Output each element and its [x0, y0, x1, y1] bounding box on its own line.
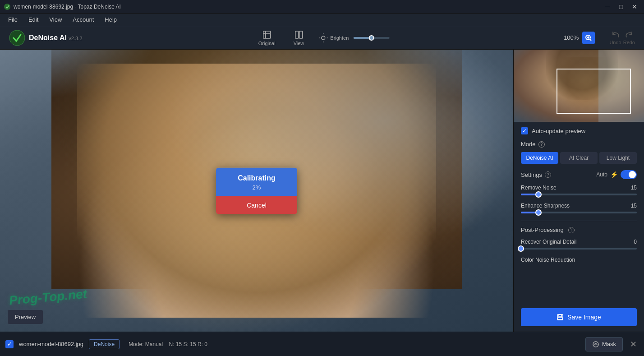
zoom-button[interactable]: [582, 32, 595, 44]
toggle-knob: [629, 171, 636, 178]
auto-update-label: Auto-update preview: [532, 128, 585, 134]
cancel-button[interactable]: Cancel: [216, 196, 297, 214]
mode-title: Mode: [521, 141, 536, 148]
svg-rect-2: [263, 31, 271, 38]
svg-rect-16: [558, 318, 562, 319]
zoom-value: 100%: [560, 34, 579, 41]
post-processing-help-icon[interactable]: ?: [568, 227, 575, 233]
filename-label: women-model-88692.jpg: [19, 341, 83, 347]
thumbnail-viewport: [557, 69, 631, 114]
save-button[interactable]: Save Image: [521, 308, 637, 326]
menu-view[interactable]: View: [45, 15, 66, 24]
settings-title: Settings: [521, 171, 542, 178]
recover-detail-label: Recover Original Detail: [521, 239, 576, 245]
svg-point-0: [4, 4, 10, 10]
settings-section-header: Settings ?: [521, 171, 551, 178]
titlebar-controls[interactable]: ─ □ ✕: [602, 2, 640, 11]
denoise-tag[interactable]: DeNoise: [89, 339, 120, 349]
remove-noise-row: Remove Noise 15: [521, 185, 637, 195]
status-mode: Mode: Manual N: 15 S: 15 R: 0: [129, 341, 207, 347]
auto-update-checkbox[interactable]: ✓: [521, 127, 528, 134]
toolbar: DeNoise AI v2.3.2 Original View: [0, 26, 644, 50]
brighten-thumb[interactable]: [368, 35, 374, 41]
undo-button[interactable]: Undo: [609, 31, 621, 45]
settings-header: Settings ? Auto ⚡: [521, 170, 637, 179]
minimize-button[interactable]: ─: [602, 2, 613, 11]
color-noise-row: Color Noise Reduction: [521, 257, 637, 263]
menu-help[interactable]: Help: [100, 15, 121, 24]
view-button[interactable]: View: [290, 28, 308, 48]
redo-button[interactable]: Redo: [623, 31, 635, 45]
svg-point-1: [9, 30, 25, 46]
save-icon: [557, 314, 564, 321]
enhance-sharpness-label-row: Enhance Sharpness 15: [521, 203, 637, 209]
remove-noise-thumb[interactable]: [535, 191, 542, 198]
mode-aiclear-button[interactable]: AI Clear: [560, 152, 598, 164]
recover-detail-value: 0: [634, 239, 637, 245]
enhance-sharpness-row: Enhance Sharpness 15: [521, 203, 637, 213]
titlebar: women-model-88692.jpg - Topaz DeNoise AI…: [0, 0, 644, 14]
thumbnail-container: [514, 50, 644, 122]
post-processing-header: Post-Processing ?: [521, 227, 637, 233]
recover-detail-row: Recover Original Detail 0: [521, 239, 637, 250]
menu-file[interactable]: File: [4, 15, 22, 24]
post-processing-title: Post-Processing: [521, 227, 564, 233]
calibrating-dialog: Calibrating 2% Cancel: [216, 167, 297, 214]
settings-help-icon[interactable]: ?: [545, 171, 551, 178]
color-noise-label: Color Noise Reduction: [521, 257, 575, 263]
menu-account[interactable]: Account: [68, 15, 98, 24]
mask-icon: [592, 341, 599, 348]
menubar: File Edit View Account Help: [0, 14, 644, 26]
auto-update-row: ✓ Auto-update preview: [521, 127, 637, 134]
app-title: DeNoise AI: [29, 34, 67, 42]
mode-denoise-button[interactable]: DeNoise AI: [521, 152, 558, 164]
app-icon: [4, 3, 11, 10]
toolbar-right: 100%: [560, 32, 595, 44]
svg-line-11: [590, 39, 591, 41]
close-status-button[interactable]: ✕: [628, 338, 639, 351]
app-version: v2.3.2: [69, 36, 82, 41]
remove-noise-label: Remove Noise: [521, 185, 557, 191]
mode-help-icon[interactable]: ?: [538, 141, 545, 148]
undo-redo: Undo Redo: [609, 31, 635, 45]
svg-rect-3: [295, 31, 298, 38]
close-button[interactable]: ✕: [629, 2, 640, 11]
svg-rect-4: [299, 31, 302, 38]
recover-detail-track: [521, 248, 637, 250]
section-divider: [521, 221, 637, 221]
calibrating-percent: 2%: [223, 184, 290, 190]
sun-icon: [318, 33, 327, 42]
titlebar-title: women-model-88692.jpg - Topaz DeNoise AI: [14, 4, 121, 10]
remove-noise-label-row: Remove Noise 15: [521, 185, 637, 191]
status-checkbox[interactable]: ✓: [5, 340, 14, 348]
lightning-icon: ⚡: [610, 171, 618, 178]
calibrating-top: Calibrating 2%: [216, 167, 297, 196]
svg-point-17: [593, 342, 598, 347]
recover-detail-label-row: Recover Original Detail 0: [521, 239, 637, 245]
enhance-sharpness-label: Enhance Sharpness: [521, 203, 570, 209]
statusbar: ✓ women-model-88692.jpg DeNoise Mode: Ma…: [0, 332, 644, 356]
mode-buttons: DeNoise AI AI Clear Low Light: [521, 152, 637, 164]
main-area: Calibrating 2% Cancel Preview Prog-Top.n…: [0, 50, 644, 332]
auto-toggle[interactable]: [621, 170, 637, 179]
toolbar-center: Original View Brighten: [255, 28, 390, 48]
svg-rect-15: [559, 314, 561, 317]
enhance-sharpness-thumb[interactable]: [535, 209, 542, 216]
remove-noise-track: [521, 194, 637, 195]
settings-right: Auto ⚡: [596, 170, 637, 179]
original-icon: [262, 30, 272, 40]
maximize-button[interactable]: □: [615, 2, 627, 11]
brighten-area: Brighten: [318, 33, 389, 42]
preview-button[interactable]: Preview: [7, 310, 43, 324]
mask-button[interactable]: Mask: [585, 337, 623, 351]
brighten-label: Brighten: [330, 35, 349, 41]
recover-detail-thumb[interactable]: [518, 245, 524, 252]
original-button[interactable]: Original: [255, 28, 279, 48]
mode-lowlight-button[interactable]: Low Light: [599, 152, 637, 164]
svg-point-5: [321, 36, 325, 40]
auto-label: Auto: [596, 171, 607, 178]
titlebar-left: women-model-88692.jpg - Topaz DeNoise AI: [4, 3, 121, 10]
menu-edit[interactable]: Edit: [24, 15, 43, 24]
remove-noise-value: 15: [631, 185, 637, 191]
enhance-sharpness-track: [521, 212, 637, 213]
